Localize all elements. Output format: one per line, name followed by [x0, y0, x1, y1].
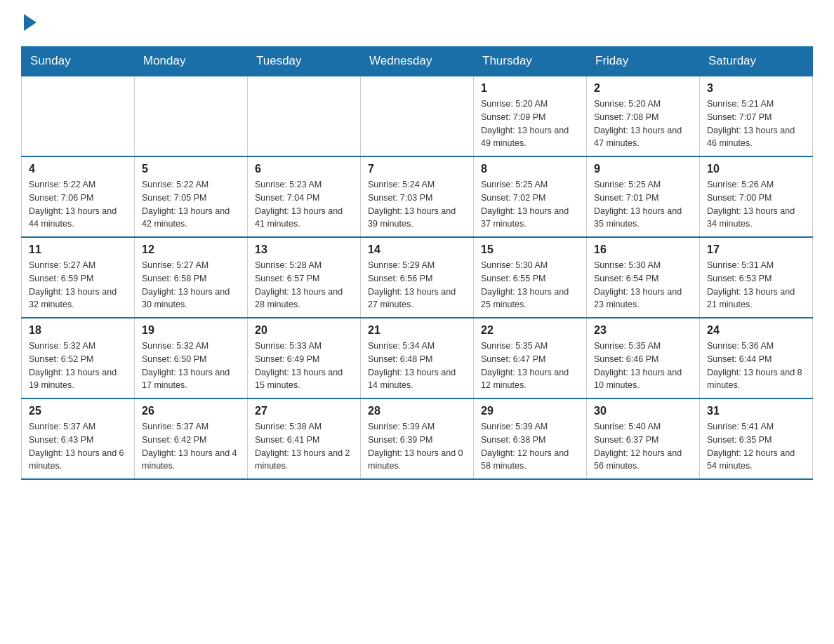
- day-number: 4: [29, 163, 127, 175]
- day-number: 25: [29, 405, 127, 417]
- day-info: Sunrise: 5:27 AMSunset: 6:58 PMDaylight:…: [142, 259, 240, 311]
- calendar-day-cell: 8Sunrise: 5:25 AMSunset: 7:02 PMDaylight…: [474, 156, 587, 237]
- calendar-week-row: 18Sunrise: 5:32 AMSunset: 6:52 PMDayligh…: [22, 318, 813, 398]
- day-info: Sunrise: 5:35 AMSunset: 6:46 PMDaylight:…: [594, 340, 692, 392]
- day-info: Sunrise: 5:30 AMSunset: 6:54 PMDaylight:…: [594, 259, 692, 311]
- calendar-day-cell: 12Sunrise: 5:27 AMSunset: 6:58 PMDayligh…: [135, 237, 248, 318]
- day-number: 27: [255, 405, 353, 417]
- day-info: Sunrise: 5:21 AMSunset: 7:07 PMDaylight:…: [707, 98, 805, 150]
- day-number: 18: [29, 324, 127, 337]
- calendar-day-cell: 4Sunrise: 5:22 AMSunset: 7:06 PMDaylight…: [22, 156, 135, 237]
- calendar-day-cell: 28Sunrise: 5:39 AMSunset: 6:39 PMDayligh…: [361, 398, 474, 479]
- calendar-day-cell: 9Sunrise: 5:25 AMSunset: 7:01 PMDaylight…: [587, 156, 700, 237]
- day-info: Sunrise: 5:36 AMSunset: 6:44 PMDaylight:…: [707, 340, 805, 392]
- calendar-day-cell: [361, 76, 474, 156]
- calendar-header-wednesday: Wednesday: [361, 47, 474, 76]
- day-info: Sunrise: 5:22 AMSunset: 7:06 PMDaylight:…: [29, 178, 127, 231]
- day-info: Sunrise: 5:20 AMSunset: 7:09 PMDaylight:…: [481, 98, 579, 150]
- calendar-day-cell: 6Sunrise: 5:23 AMSunset: 7:04 PMDaylight…: [248, 156, 361, 237]
- day-info: Sunrise: 5:41 AMSunset: 6:35 PMDaylight:…: [707, 420, 805, 473]
- day-number: 16: [594, 243, 692, 256]
- day-info: Sunrise: 5:23 AMSunset: 7:04 PMDaylight:…: [255, 178, 353, 231]
- day-info: Sunrise: 5:30 AMSunset: 6:55 PMDaylight:…: [481, 259, 579, 311]
- day-number: 13: [255, 243, 353, 256]
- day-info: Sunrise: 5:28 AMSunset: 6:57 PMDaylight:…: [255, 259, 353, 311]
- day-info: Sunrise: 5:33 AMSunset: 6:49 PMDaylight:…: [255, 340, 353, 392]
- day-info: Sunrise: 5:25 AMSunset: 7:02 PMDaylight:…: [481, 178, 579, 231]
- calendar-week-row: 1Sunrise: 5:20 AMSunset: 7:09 PMDaylight…: [22, 76, 813, 156]
- calendar-header-saturday: Saturday: [700, 47, 813, 76]
- day-number: 2: [594, 82, 692, 95]
- day-number: 28: [368, 405, 466, 417]
- day-info: Sunrise: 5:39 AMSunset: 6:39 PMDaylight:…: [368, 420, 466, 473]
- calendar-day-cell: 14Sunrise: 5:29 AMSunset: 6:56 PMDayligh…: [361, 237, 474, 318]
- page-header: [21, 14, 813, 32]
- day-number: 24: [707, 324, 805, 337]
- day-info: Sunrise: 5:26 AMSunset: 7:00 PMDaylight:…: [707, 178, 805, 231]
- calendar-week-row: 11Sunrise: 5:27 AMSunset: 6:59 PMDayligh…: [22, 237, 813, 318]
- calendar-day-cell: 2Sunrise: 5:20 AMSunset: 7:08 PMDaylight…: [587, 76, 700, 156]
- day-info: Sunrise: 5:25 AMSunset: 7:01 PMDaylight:…: [594, 178, 692, 231]
- day-info: Sunrise: 5:31 AMSunset: 6:53 PMDaylight:…: [707, 259, 805, 311]
- day-info: Sunrise: 5:29 AMSunset: 6:56 PMDaylight:…: [368, 259, 466, 311]
- day-number: 30: [594, 405, 692, 417]
- calendar-header-thursday: Thursday: [474, 47, 587, 76]
- day-info: Sunrise: 5:39 AMSunset: 6:38 PMDaylight:…: [481, 420, 579, 473]
- calendar-day-cell: 21Sunrise: 5:34 AMSunset: 6:48 PMDayligh…: [361, 318, 474, 398]
- day-info: Sunrise: 5:22 AMSunset: 7:05 PMDaylight:…: [142, 178, 240, 231]
- day-number: 11: [29, 243, 127, 256]
- day-info: Sunrise: 5:37 AMSunset: 6:42 PMDaylight:…: [142, 420, 240, 473]
- calendar-day-cell: [135, 76, 248, 156]
- day-number: 29: [481, 405, 579, 417]
- calendar-day-cell: [248, 76, 361, 156]
- calendar-day-cell: 1Sunrise: 5:20 AMSunset: 7:09 PMDaylight…: [474, 76, 587, 156]
- calendar-day-cell: 22Sunrise: 5:35 AMSunset: 6:47 PMDayligh…: [474, 318, 587, 398]
- day-number: 26: [142, 405, 240, 417]
- calendar-header-row: SundayMondayTuesdayWednesdayThursdayFrid…: [22, 47, 813, 76]
- day-info: Sunrise: 5:27 AMSunset: 6:59 PMDaylight:…: [29, 259, 127, 311]
- calendar-day-cell: 11Sunrise: 5:27 AMSunset: 6:59 PMDayligh…: [22, 237, 135, 318]
- day-info: Sunrise: 5:38 AMSunset: 6:41 PMDaylight:…: [255, 420, 353, 473]
- calendar-day-cell: 23Sunrise: 5:35 AMSunset: 6:46 PMDayligh…: [587, 318, 700, 398]
- day-number: 6: [255, 163, 353, 175]
- calendar-day-cell: 7Sunrise: 5:24 AMSunset: 7:03 PMDaylight…: [361, 156, 474, 237]
- calendar-day-cell: 15Sunrise: 5:30 AMSunset: 6:55 PMDayligh…: [474, 237, 587, 318]
- calendar-header-monday: Monday: [135, 47, 248, 76]
- day-info: Sunrise: 5:32 AMSunset: 6:52 PMDaylight:…: [29, 340, 127, 392]
- calendar-table: SundayMondayTuesdayWednesdayThursdayFrid…: [21, 46, 813, 480]
- calendar-week-row: 25Sunrise: 5:37 AMSunset: 6:43 PMDayligh…: [22, 398, 813, 479]
- day-number: 31: [707, 405, 805, 417]
- day-number: 15: [481, 243, 579, 256]
- calendar-day-cell: 30Sunrise: 5:40 AMSunset: 6:37 PMDayligh…: [587, 398, 700, 479]
- calendar-week-row: 4Sunrise: 5:22 AMSunset: 7:06 PMDaylight…: [22, 156, 813, 237]
- day-info: Sunrise: 5:34 AMSunset: 6:48 PMDaylight:…: [368, 340, 466, 392]
- day-number: 9: [594, 163, 692, 175]
- calendar-day-cell: [22, 76, 135, 156]
- calendar-day-cell: 24Sunrise: 5:36 AMSunset: 6:44 PMDayligh…: [700, 318, 813, 398]
- calendar-day-cell: 25Sunrise: 5:37 AMSunset: 6:43 PMDayligh…: [22, 398, 135, 479]
- day-info: Sunrise: 5:20 AMSunset: 7:08 PMDaylight:…: [594, 98, 692, 150]
- day-number: 21: [368, 324, 466, 337]
- calendar-header-sunday: Sunday: [22, 47, 135, 76]
- day-number: 19: [142, 324, 240, 337]
- day-number: 22: [481, 324, 579, 337]
- day-info: Sunrise: 5:32 AMSunset: 6:50 PMDaylight:…: [142, 340, 240, 392]
- day-number: 17: [707, 243, 805, 256]
- day-number: 23: [594, 324, 692, 337]
- calendar-day-cell: 17Sunrise: 5:31 AMSunset: 6:53 PMDayligh…: [700, 237, 813, 318]
- calendar-header-friday: Friday: [587, 47, 700, 76]
- day-number: 20: [255, 324, 353, 337]
- day-number: 10: [707, 163, 805, 175]
- calendar-day-cell: 3Sunrise: 5:21 AMSunset: 7:07 PMDaylight…: [700, 76, 813, 156]
- calendar-day-cell: 26Sunrise: 5:37 AMSunset: 6:42 PMDayligh…: [135, 398, 248, 479]
- calendar-header-tuesday: Tuesday: [248, 47, 361, 76]
- calendar-day-cell: 16Sunrise: 5:30 AMSunset: 6:54 PMDayligh…: [587, 237, 700, 318]
- day-number: 14: [368, 243, 466, 256]
- day-info: Sunrise: 5:40 AMSunset: 6:37 PMDaylight:…: [594, 420, 692, 473]
- day-number: 1: [481, 82, 579, 95]
- calendar-day-cell: 10Sunrise: 5:26 AMSunset: 7:00 PMDayligh…: [700, 156, 813, 237]
- calendar-day-cell: 31Sunrise: 5:41 AMSunset: 6:35 PMDayligh…: [700, 398, 813, 479]
- logo: [21, 14, 37, 32]
- calendar-day-cell: 18Sunrise: 5:32 AMSunset: 6:52 PMDayligh…: [22, 318, 135, 398]
- day-number: 5: [142, 163, 240, 175]
